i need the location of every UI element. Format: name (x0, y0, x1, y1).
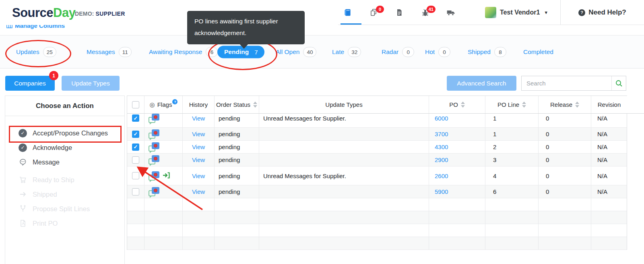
need-help-button[interactable]: ? Need Help? (560, 0, 644, 25)
manage-columns-link[interactable]: Manage Columns (6, 25, 65, 29)
release-value: 0 (546, 131, 549, 137)
row-checkbox[interactable]: ✓ (132, 114, 139, 122)
po-number-link[interactable]: 6000 (435, 115, 448, 122)
column-header-update_types: Update Types (259, 96, 429, 113)
cell-history: View (183, 166, 215, 185)
action-item-ready-to-ship: Ready to Ship (5, 173, 124, 187)
sort-arrows-icon[interactable] (253, 102, 257, 108)
release-value: 0 (546, 173, 549, 179)
action-item-accept-propose-changes[interactable]: ✓Accept/Propose Changes (5, 126, 124, 140)
double-circle-icon: ◎ (150, 101, 155, 108)
empty-cell (591, 211, 627, 224)
sort-arrows-icon[interactable] (461, 102, 465, 108)
sort-arrows-icon[interactable] (522, 102, 526, 108)
row-checkbox[interactable]: ✓ (132, 131, 139, 138)
action-item-label: Print PO (33, 220, 58, 227)
tab-count-badge: 25 (43, 47, 56, 57)
issues-badge: 41 (427, 6, 436, 13)
update-types-button[interactable]: Update Types (62, 76, 120, 91)
cell-update_types (259, 154, 429, 166)
cell-po: 5900 (429, 185, 485, 198)
row-checkbox[interactable] (132, 156, 139, 164)
question-circle-icon: ? (578, 9, 585, 16)
manage-columns-label: Manage Columns (15, 25, 65, 29)
empty-cell (259, 237, 429, 249)
tab-radar[interactable]: Radar0 (382, 47, 414, 57)
empty-cell (485, 224, 539, 237)
row-checkbox[interactable]: ✓ (132, 143, 139, 151)
view-history-link[interactable]: View (192, 188, 205, 195)
column-label: Update Types (325, 101, 362, 108)
action-panel: Choose an Action ✓Accept/Propose Changes… (5, 96, 125, 264)
message-flag-icon (149, 114, 159, 123)
view-history-link[interactable]: View (192, 115, 205, 122)
po-number-link[interactable]: 4300 (435, 143, 448, 150)
message-flag-icon (149, 187, 159, 196)
empty-cell (539, 198, 591, 211)
check-circle-icon: ✓ (19, 129, 27, 137)
pages-copy-icon[interactable]: 0 (369, 8, 378, 17)
column-header-flags: ◎Flags? (144, 96, 183, 113)
user-name: Test Vendor1 (500, 9, 540, 16)
order-status-text: pending (219, 143, 240, 150)
action-panel-title: Choose an Action (5, 96, 124, 116)
table-header-row: ◎Flags?HistoryOrder StatusUpdate TypesPO… (127, 96, 644, 114)
chevron-down-icon: ▼ (544, 10, 548, 15)
empty-cell (429, 198, 485, 211)
po-number-link[interactable]: 5900 (435, 188, 448, 195)
po-line-value: 1 (493, 115, 496, 122)
tab-all-open[interactable]: All Open40 (276, 47, 316, 57)
view-history-link[interactable]: View (192, 143, 205, 150)
tab-count-badge: 40 (303, 47, 316, 57)
orders-book-icon[interactable] (343, 8, 353, 17)
revision-value: N/A (597, 188, 607, 195)
cell-select (127, 154, 144, 166)
empty-cell (127, 237, 144, 249)
documents-icon-item[interactable] (394, 8, 404, 17)
tab-updates[interactable]: Updates25 (16, 47, 56, 57)
empty-cell (429, 211, 485, 224)
action-item-message[interactable]: Message (5, 155, 124, 169)
advanced-search-button[interactable]: Advanced Search (447, 76, 516, 91)
cell-flags (144, 185, 183, 198)
po-line-value: 1 (493, 131, 496, 137)
tab-label: Radar (382, 48, 398, 56)
issues-bug-icon-item[interactable]: 41 (420, 8, 430, 17)
release-value: 0 (546, 115, 549, 122)
tab-hot[interactable]: Hot0 (425, 47, 450, 57)
shipments-truck-icon-item[interactable] (446, 8, 456, 17)
column-header-po_line: PO Line (485, 96, 539, 113)
view-history-link[interactable]: View (192, 131, 205, 137)
release-value: 0 (546, 143, 549, 150)
po-number-link[interactable]: 2900 (435, 156, 448, 163)
view-history-link[interactable]: View (192, 156, 205, 163)
tab-awaiting-response[interactable]: Awaiting Response6 (149, 47, 218, 57)
flags-help-icon[interactable]: ? (172, 99, 178, 104)
tab-messages[interactable]: Messages11 (87, 47, 132, 57)
action-item-acknowledge[interactable]: ✓Acknowledge (5, 140, 124, 155)
search-input[interactable] (522, 76, 611, 90)
revision-value: N/A (597, 173, 607, 179)
tab-completed[interactable]: Completed (523, 48, 553, 56)
select-all-checkbox[interactable] (132, 101, 139, 108)
status-tab-bar: Updates25Messages11Awaiting Response6Pen… (0, 35, 644, 69)
revision-value: N/A (597, 131, 607, 137)
row-checkbox[interactable] (132, 172, 139, 179)
companies-button[interactable]: Companies (5, 76, 55, 91)
tab-count-badge: 8 (494, 47, 506, 57)
po-line-value: 6 (493, 188, 496, 195)
sourceday-logo: SourceDay (12, 6, 75, 20)
book-icon (343, 8, 352, 17)
tab-late[interactable]: Late32 (332, 47, 361, 57)
row-checkbox[interactable] (132, 188, 139, 195)
view-history-link[interactable]: View (192, 173, 205, 179)
column-header-history: History (183, 96, 215, 113)
sort-arrows-icon[interactable] (575, 102, 579, 108)
action-item-label: Ready to Ship (33, 176, 74, 184)
po-number-link[interactable]: 3700 (435, 131, 448, 137)
user-menu[interactable]: Test Vendor1 ▼ (485, 0, 548, 25)
search-submit-button[interactable] (611, 76, 626, 90)
po-number-link[interactable]: 2600 (435, 173, 448, 179)
table-row: ✓Viewpending370010N/A (127, 128, 627, 141)
tab-shipped[interactable]: Shipped8 (468, 47, 506, 57)
